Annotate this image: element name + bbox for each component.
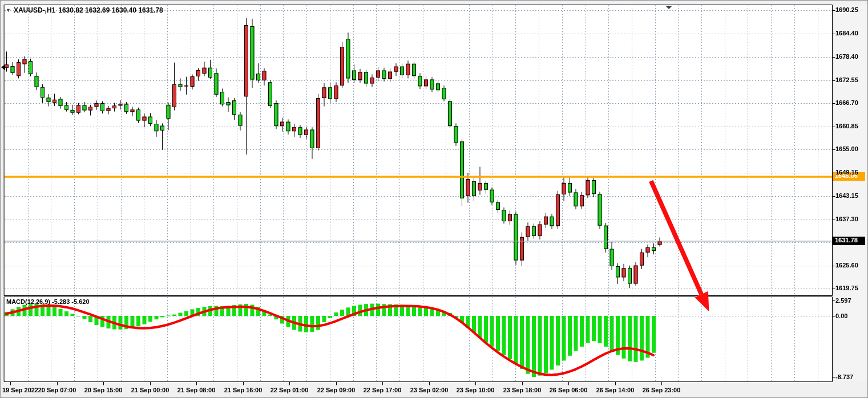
time-axis-label: 22 Sep 09:00 (317, 387, 356, 393)
time-axis-label: 26 Sep 14:00 (596, 387, 635, 393)
price-axis-label: 1637.30 (835, 216, 858, 222)
chart-title: ▼ XAUUSD-,H1 1630.82 1632.69 1630.40 163… (6, 6, 163, 14)
time-axis-label: 21 Sep 00:00 (131, 387, 169, 393)
time-axis-label: 20 Sep 15:00 (84, 387, 123, 393)
price-axis-label: 1643.15 (835, 192, 858, 199)
time-axis-label: 23 Sep 10:00 (457, 387, 495, 393)
macd-axis-label: 0.00 (835, 312, 847, 319)
price-axis-label: 1649.15 (835, 169, 858, 176)
time-axis-label: 26 Sep 23:00 (643, 387, 681, 393)
time-axis-label: 23 Sep 02:00 (410, 387, 449, 393)
macd-axis-label: 2.597 (835, 297, 851, 304)
price-axis-label: 1625.60 (835, 262, 858, 269)
time-axis-label: 22 Sep 01:00 (271, 387, 309, 393)
price-axis-label: 1660.85 (835, 123, 858, 129)
collapse-chevron-icon[interactable]: ▼ (6, 8, 11, 13)
price-axis-label: 1619.75 (835, 285, 858, 291)
price-axis-label: 1678.40 (835, 53, 858, 60)
price-axis-label: 1684.40 (835, 30, 858, 36)
macd-axis-label: -8.737 (835, 373, 853, 380)
chart-window: ▼ XAUUSD-,H1 1630.82 1632.69 1630.40 163… (0, 0, 868, 398)
time-axis-label: 19 Sep 2022 (2, 387, 38, 393)
time-axis-label: 20 Sep 07:00 (38, 387, 76, 393)
time-axis-label: 22 Sep 17:00 (364, 387, 402, 393)
price-axis-label: 1655.00 (835, 145, 858, 152)
time-axis-label: 26 Sep 06:00 (550, 387, 588, 393)
time-axis-label: 23 Sep 18:00 (503, 387, 542, 393)
macd-indicator-label: MACD(12,26,9) -5.283 -5.620 (6, 298, 90, 305)
bid-price-tag: 1631.78 (833, 237, 865, 245)
chart-symbol-timeframe: XAUUSD-,H1 (14, 6, 55, 14)
time-axis-label: 21 Sep 16:00 (224, 387, 263, 393)
time-axis-label: 21 Sep 08:00 (177, 387, 216, 393)
price-axis-label: 1690.25 (835, 6, 858, 13)
price-axis-label: 1672.55 (835, 76, 858, 83)
chart-ohlc-readout: 1630.82 1632.69 1630.40 1631.78 (58, 6, 163, 14)
price-axis-label: 1666.70 (835, 99, 858, 106)
price-chart-canvas[interactable] (1, 1, 868, 398)
